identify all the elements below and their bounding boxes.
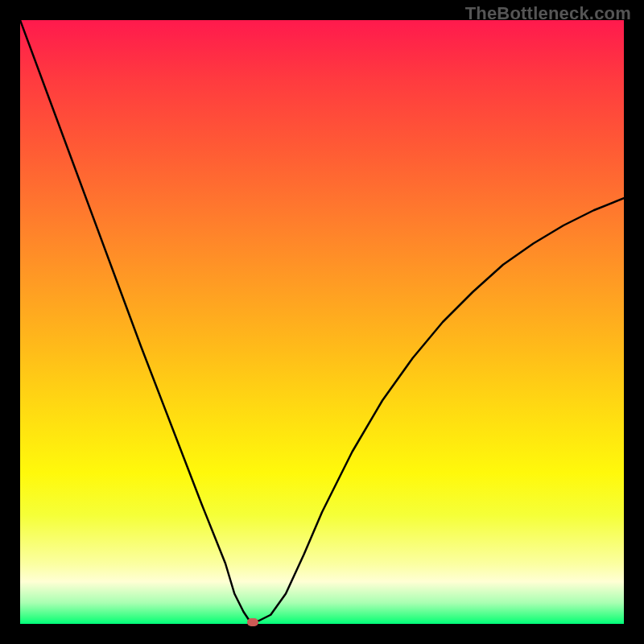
- bottleneck-curve: [20, 20, 624, 624]
- chart-frame: TheBottleneck.com: [0, 0, 644, 644]
- minimum-marker: [247, 618, 258, 626]
- watermark-text: TheBottleneck.com: [465, 3, 631, 24]
- plot-area: [20, 20, 624, 624]
